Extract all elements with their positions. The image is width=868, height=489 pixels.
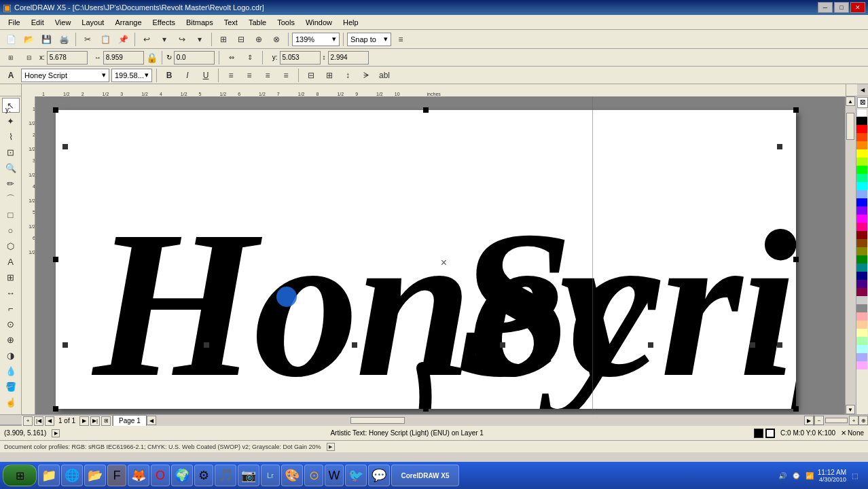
import-button[interactable]: ⊞ bbox=[215, 32, 232, 47]
color-dark-red[interactable] bbox=[856, 231, 867, 239]
print-button[interactable]: 🖨️ bbox=[56, 32, 72, 47]
app-launcher2-button[interactable]: ⊗ bbox=[268, 32, 285, 47]
freehand-tool[interactable]: ✏ bbox=[2, 176, 20, 191]
undo-dropdown-button[interactable]: ▾ bbox=[156, 32, 173, 47]
rect-tool[interactable]: □ bbox=[2, 207, 20, 222]
color-orange[interactable] bbox=[856, 141, 867, 149]
color-magenta[interactable] bbox=[856, 215, 867, 223]
vertical-scrollbar[interactable]: ▲ ▼ bbox=[845, 96, 856, 414]
text-edit-button[interactable]: abl bbox=[376, 68, 393, 83]
menu-layout[interactable]: Layout bbox=[76, 17, 109, 28]
effects-tool[interactable]: ⊙ bbox=[2, 316, 20, 331]
justify-button[interactable]: ≡ bbox=[278, 68, 294, 83]
menu-text[interactable]: Text bbox=[219, 17, 243, 28]
taskbar-explorer[interactable]: 📂 bbox=[84, 465, 106, 486]
first-page-button[interactable]: |◀ bbox=[34, 416, 43, 426]
taskbar-app3[interactable]: ⊙ bbox=[304, 465, 323, 486]
color-black[interactable] bbox=[856, 117, 867, 125]
add-page-button[interactable]: + bbox=[23, 416, 33, 426]
show-desktop-button[interactable]: ⬚ bbox=[849, 470, 860, 481]
scroll-track[interactable] bbox=[846, 106, 856, 405]
text-format-button[interactable]: ↕ bbox=[340, 68, 356, 83]
lock-icon[interactable]: 🔒 bbox=[146, 52, 158, 63]
outline-color-preview[interactable] bbox=[765, 429, 775, 438]
taskbar-ftp[interactable]: F bbox=[107, 465, 126, 486]
fill-color-preview[interactable] bbox=[754, 429, 763, 438]
copy-button[interactable]: 📋 bbox=[97, 32, 113, 47]
zoom-in-button[interactable]: + bbox=[849, 416, 858, 425]
taskbar-lr[interactable]: Lr bbox=[261, 465, 280, 486]
taskbar-media[interactable]: 🎵 bbox=[215, 465, 236, 486]
color-light-blue[interactable] bbox=[856, 190, 867, 198]
last-page-button[interactable]: ▶| bbox=[90, 416, 100, 426]
zoom-tool[interactable]: 🔍 bbox=[2, 160, 20, 175]
taskbar-opera[interactable]: O bbox=[151, 465, 170, 486]
prev-page-button[interactable]: ◀ bbox=[45, 416, 54, 426]
text-options-button[interactable]: ⊞ bbox=[321, 68, 338, 83]
color-green[interactable] bbox=[856, 166, 867, 174]
redo-dropdown-button[interactable]: ▾ bbox=[192, 32, 208, 47]
color-light-green[interactable] bbox=[856, 337, 867, 345]
align-right-button[interactable]: ≡ bbox=[259, 68, 276, 83]
tray-icon-3[interactable]: 📶 bbox=[804, 470, 815, 481]
color-light-cyan[interactable] bbox=[856, 345, 867, 353]
menu-bitmaps[interactable]: Bitmaps bbox=[181, 17, 219, 28]
w-value[interactable]: 8.959 bbox=[103, 51, 144, 65]
tray-icon-1[interactable]: 🔊 bbox=[777, 470, 788, 481]
transparency-tool[interactable]: ◑ bbox=[2, 348, 20, 363]
taskbar-corel[interactable]: CorelDRAW X5 bbox=[391, 465, 459, 486]
color-navy[interactable] bbox=[856, 272, 867, 280]
bold-button[interactable]: B bbox=[161, 68, 177, 83]
scroll-thumb[interactable] bbox=[846, 113, 854, 140]
hscroll-right-button[interactable]: ▶ bbox=[804, 416, 814, 425]
align-center-button[interactable]: ≡ bbox=[241, 68, 257, 83]
color-dark-green[interactable] bbox=[856, 255, 867, 264]
menu-tools[interactable]: Tools bbox=[272, 17, 300, 28]
color-light-yellow[interactable] bbox=[856, 329, 867, 337]
color-pink[interactable] bbox=[856, 223, 867, 231]
no-color-button[interactable]: ☒ bbox=[857, 97, 868, 108]
page-setup-button[interactable]: ⊞ bbox=[101, 416, 111, 426]
menu-help[interactable]: Help bbox=[338, 17, 364, 28]
taskbar-chrome[interactable]: 🌐 bbox=[61, 465, 83, 486]
snap-options-button[interactable]: ≡ bbox=[393, 32, 409, 47]
hscroll-track[interactable] bbox=[156, 417, 804, 424]
x-value[interactable]: 5.678 bbox=[47, 51, 88, 65]
menu-file[interactable]: File bbox=[3, 17, 26, 28]
taskbar-files[interactable]: 📁 bbox=[38, 465, 60, 486]
tray-icon-2[interactable]: ⌚ bbox=[791, 470, 801, 481]
new-button[interactable]: 📄 bbox=[3, 32, 19, 47]
taskbar-app2[interactable]: 🎨 bbox=[281, 465, 303, 486]
font-selector[interactable]: Honey Script ▾ bbox=[21, 69, 109, 82]
hscroll-thumb[interactable] bbox=[350, 417, 405, 424]
app-launcher-button[interactable]: ⊕ bbox=[251, 32, 267, 47]
taskbar-firefox[interactable]: 🦊 bbox=[128, 465, 149, 486]
menu-window[interactable]: Window bbox=[300, 17, 338, 28]
profile-expand-button[interactable]: ▶ bbox=[327, 443, 335, 451]
next-page-button[interactable]: ▶ bbox=[79, 416, 89, 426]
taskbar-app4[interactable]: 🐦 bbox=[345, 465, 367, 486]
connector-tool[interactable]: ⌐ bbox=[2, 301, 20, 316]
horizontal-scrollbar[interactable]: ◀ ▶ bbox=[147, 415, 814, 426]
color-cyan-green[interactable] bbox=[856, 174, 867, 182]
menu-effects[interactable]: Effects bbox=[147, 17, 181, 28]
color-white[interactable] bbox=[856, 109, 867, 117]
color-yellow[interactable] bbox=[856, 149, 867, 158]
text-wrap-button[interactable]: ᗒ bbox=[358, 68, 374, 83]
taskbar-browser[interactable]: 🌍 bbox=[171, 465, 193, 486]
canvas-area[interactable]: × Honey Script bbox=[35, 96, 845, 414]
ellipse-tool[interactable]: ○ bbox=[2, 223, 20, 238]
color-dark-magenta[interactable] bbox=[856, 288, 867, 296]
color-violet[interactable] bbox=[856, 206, 867, 215]
zoom-slider[interactable] bbox=[825, 418, 848, 423]
smartdraw-tool[interactable]: ⌒ bbox=[2, 192, 20, 206]
color-periwinkle[interactable] bbox=[856, 353, 867, 361]
mirror-v-button[interactable]: ⇕ bbox=[242, 50, 258, 65]
color-red[interactable] bbox=[856, 125, 867, 133]
underline-button[interactable]: U bbox=[198, 68, 214, 83]
zoom-reset-button[interactable]: ⊕ bbox=[858, 416, 868, 425]
mirror-h-button[interactable]: ⇔ bbox=[223, 50, 240, 65]
table-tool[interactable]: ⊞ bbox=[2, 270, 20, 285]
open-button[interactable]: 📂 bbox=[20, 32, 37, 47]
font-size-selector[interactable]: 199.58... ▾ bbox=[111, 69, 152, 82]
